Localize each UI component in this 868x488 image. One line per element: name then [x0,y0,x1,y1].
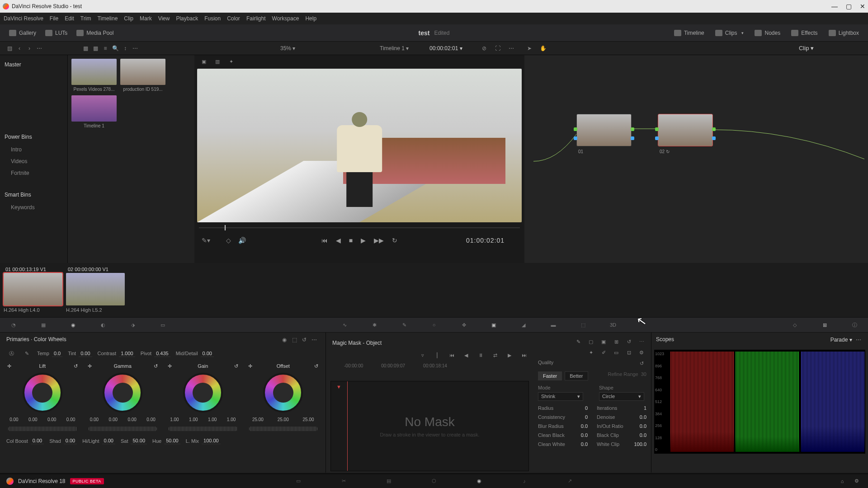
viewer-opts-icon[interactable]: ⋯ [508,45,515,52]
hue-value[interactable]: 50.00 [164,437,180,444]
param-value[interactable]: 0.0 [581,441,588,447]
prev-frame-icon[interactable]: ◀ [336,237,341,244]
param-value[interactable]: 0 [585,405,588,411]
media-thumb[interactable]: Timeline 1 [71,95,117,128]
scopes-icon[interactable]: ⊞ [820,320,829,329]
node-01[interactable]: 01 [576,114,632,154]
keyframe-icon[interactable]: ◇ [790,320,799,329]
deliver-page-icon[interactable]: ↗ [565,477,574,486]
color-wheel-gamma[interactable]: ✛Gamma↺ 0.000.000.000.00 [85,363,161,431]
qualifier-icon[interactable]: ✎ [400,320,409,329]
next-frame-icon[interactable]: ▶▶ [374,237,384,244]
param-value[interactable]: 0.0 [640,432,646,438]
node-02[interactable]: 02 ↻ [658,114,713,154]
opts-icon[interactable]: ⋯ [132,45,139,52]
maximize-icon[interactable]: ▢ [846,3,852,10]
first-frame-icon[interactable]: ⏮ [321,237,328,244]
luts-button[interactable]: LUTs [41,28,72,38]
wand-icon[interactable]: ✦ [227,58,235,65]
clips-button[interactable]: Clips▾ [711,28,749,38]
timeline-clip[interactable]: 02 00:00:00:00 V1 H.264 High L5.2 [66,266,125,313]
sat-value[interactable]: 50.00 [131,437,147,444]
bin-item[interactable]: Videos [0,155,67,167]
timeline-selector[interactable]: Timeline 1 ▾ [380,45,409,52]
project-settings-icon[interactable]: ⚙ [853,478,860,485]
color-wheels-icon[interactable]: ◉ [69,320,78,329]
curves-icon[interactable]: ∿ [340,320,349,329]
menu-item[interactable]: Edit [65,15,74,22]
pause-icon[interactable]: ⏸ [477,352,484,359]
nav-back-icon[interactable]: ‹ [16,45,23,52]
param-value[interactable]: 0.0 [640,414,646,420]
invert-icon[interactable]: ▣ [600,338,607,345]
bin-item[interactable]: Keywords [0,202,67,213]
pivot-value[interactable]: 0.435 [154,350,170,357]
smart-bins-header[interactable]: Smart Bins [0,188,67,202]
motion-icon[interactable]: ▭ [158,320,167,329]
quality-better[interactable]: Better [565,371,588,380]
param-value[interactable]: 0.0 [640,423,646,429]
list-view-icon[interactable]: ≡ [102,45,109,52]
menu-item[interactable]: Workspace [272,15,299,22]
color-wheel-gain[interactable]: ✛Gain↺ 1.001.001.001.00 [165,363,241,431]
home-icon[interactable]: ⌂ [839,478,846,485]
mask-opts-icon[interactable]: ⋯ [638,338,645,345]
menu-item[interactable]: Fairlight [246,15,266,22]
range-icon[interactable]: ⎮ [434,352,441,359]
scope-mode[interactable]: Parade [830,337,848,343]
effects-button[interactable]: Effects [787,28,822,38]
viewer-canvas[interactable] [197,69,522,222]
window-icon[interactable]: ○ [429,320,439,329]
md-value[interactable]: 0.00 [201,350,214,357]
track-rev-icon[interactable]: ⏮ [448,352,455,359]
thumb-view-icon[interactable]: ▦ [82,45,89,52]
menu-item[interactable]: Clip [124,15,133,22]
menu-item[interactable]: Color [227,15,240,22]
magic-mask-icon[interactable]: ▣ [489,320,498,329]
track-fwd-icon[interactable]: ▶ [506,352,513,359]
menu-item[interactable]: Timeline [97,15,118,22]
mask-playhead-icon[interactable]: ▼ [336,384,341,389]
timeline-button[interactable]: Timeline [670,28,709,38]
colboost-value[interactable]: 0.00 [31,437,44,444]
media-thumb[interactable]: production ID 519... [120,59,165,92]
bypass-icon[interactable]: ⊘ [481,45,488,52]
wheel-mode-icon[interactable]: ◉ [281,336,288,343]
node-mode[interactable]: Clip ▾ [799,45,814,52]
shape-select[interactable]: Circle▾ [599,392,644,401]
hilight-value[interactable]: 0.00 [102,437,115,444]
wand2-icon[interactable]: ✦ [587,349,594,356]
sort-icon[interactable]: ↕ [122,45,129,52]
playhead-icon[interactable] [225,225,226,230]
bin-view-icon[interactable]: ▤ [6,45,13,52]
sizing-icon[interactable]: ⬚ [579,320,588,329]
search-icon[interactable]: 🔍 [112,45,119,52]
media-pool-button[interactable]: Media Pool [72,28,118,38]
reset-icon[interactable]: ↺ [301,336,308,343]
grid-view-icon[interactable]: ▦ [92,45,99,52]
master-bin[interactable]: Master [0,58,67,71]
menu-item[interactable]: Trim [80,15,91,22]
3d-icon[interactable]: 3D [609,320,618,329]
fusion-page-icon[interactable]: ⬡ [429,477,439,486]
blur-icon[interactable]: ◢ [519,320,528,329]
param-value[interactable]: 0.0 [581,432,588,438]
param-value[interactable]: 0 [585,414,588,420]
minimize-icon[interactable]: — [831,3,838,10]
menu-item[interactable]: Playback [176,15,198,22]
unmix-icon[interactable]: ◇ [225,237,232,244]
menu-item[interactable]: Mark [140,15,152,22]
menu-item[interactable]: File [50,15,58,22]
node-graph[interactable]: 01 02 ↻ [524,55,868,263]
hdr-icon[interactable]: ◐ [99,320,108,329]
viewer-zoom[interactable]: 35% ▾ [280,45,295,52]
panel-opts-icon[interactable]: ⋯ [311,336,318,343]
step-back-icon[interactable]: ◀ [462,352,470,359]
color-wheel-lift[interactable]: ✛Lift↺ 0.000.000.000.00 [5,363,80,431]
timeline-clip[interactable]: 01 00:00:13:19 V1 H.264 High L4.0 [4,266,62,313]
brush-icon[interactable]: ✐ [600,349,607,356]
source-timecode[interactable]: 00:00:02:01 ▾ [429,45,462,52]
bin-item[interactable]: Intro [0,144,67,155]
scope-opts-icon[interactable]: ⋯ [855,336,862,343]
temp-value[interactable]: 0.0 [52,350,62,357]
